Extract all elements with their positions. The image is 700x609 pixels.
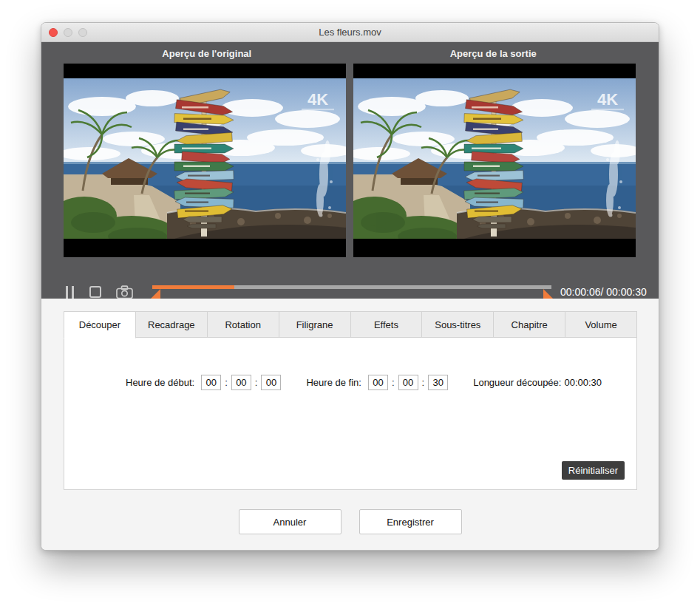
tab-volume[interactable]: Volume	[565, 311, 637, 338]
end-time-input-seconds[interactable]	[428, 375, 448, 390]
traffic-lights	[49, 23, 87, 41]
trimmed-length: Longueur découpée: 00:00:30	[473, 377, 602, 388]
trim-panel: Heure de début: :: Heure de fin: :: Long…	[64, 337, 637, 490]
save-button[interactable]: Enregistrer	[359, 509, 462, 534]
tab-filigrane[interactable]: Filigrane	[279, 311, 351, 338]
time-separator: :	[224, 377, 228, 388]
titlebar[interactable]: Les fleurs.mov	[41, 23, 659, 42]
start-time-input-hours[interactable]	[201, 375, 221, 390]
time-display: 00:00:06/ 00:00:30	[560, 286, 647, 298]
original-preview-video[interactable]	[64, 64, 346, 257]
stop-icon[interactable]	[89, 286, 101, 298]
output-preview-label: Aperçu de la sortie	[350, 48, 637, 59]
preview-section: Aperçu de l'original Aperçu de la sortie	[41, 42, 659, 299]
cancel-button[interactable]: Annuler	[239, 509, 341, 534]
start-time-input-minutes[interactable]	[231, 375, 251, 390]
app-window: Les fleurs.mov Aperçu de l'original Aper…	[41, 22, 659, 551]
zoom-button[interactable]	[78, 28, 87, 37]
tab-sous-titres[interactable]: Sous-titres	[421, 311, 494, 338]
trimmed-length-label: Longueur découpée:	[473, 377, 561, 388]
editor-section: DécouperRecadrageRotationFiligraneEffets…	[41, 299, 659, 551]
end-time-group: Heure de fin: ::	[306, 375, 448, 390]
camera-snapshot-icon[interactable]	[116, 285, 133, 299]
output-preview-video[interactable]	[353, 64, 636, 257]
tab-chapitre[interactable]: Chapitre	[493, 311, 565, 338]
timeline[interactable]	[152, 284, 551, 300]
tab-d-couper[interactable]: Découper	[64, 311, 136, 338]
time-separator: :	[421, 377, 426, 388]
end-time-input-hours[interactable]	[368, 375, 388, 390]
original-preview-label: Aperçu de l'original	[64, 48, 350, 59]
trim-start-handle[interactable]	[151, 289, 160, 299]
start-time-group: Heure de début: ::	[126, 375, 281, 390]
reset-button[interactable]: Réinitialiser	[562, 461, 625, 480]
trim-end-handle[interactable]	[543, 289, 553, 299]
tab-bar: DécouperRecadrageRotationFiligraneEffets…	[64, 311, 637, 338]
pause-icon[interactable]	[64, 286, 74, 299]
end-time-label: Heure de fin:	[306, 377, 361, 388]
tab-effets[interactable]: Effets	[350, 311, 423, 338]
start-time-label: Heure de début:	[126, 377, 194, 388]
timeline-progress	[152, 285, 234, 289]
trimmed-length-value: 00:00:30	[564, 377, 602, 388]
time-separator: :	[391, 377, 395, 388]
tab-rotation[interactable]: Rotation	[207, 311, 279, 338]
start-time-input-seconds[interactable]	[261, 375, 281, 390]
footer-buttons: Annuler Enregistrer	[41, 509, 659, 534]
minimize-button[interactable]	[64, 28, 72, 37]
close-button[interactable]	[49, 28, 58, 37]
end-time-input-minutes[interactable]	[398, 375, 418, 390]
window-title: Les fleurs.mov	[319, 27, 381, 38]
tab-recadrage[interactable]: Recadrage	[135, 311, 208, 338]
time-separator: :	[254, 377, 259, 388]
timeline-track[interactable]	[152, 285, 551, 289]
trim-controls-row: Heure de début: :: Heure de fin: :: Long…	[126, 375, 602, 390]
